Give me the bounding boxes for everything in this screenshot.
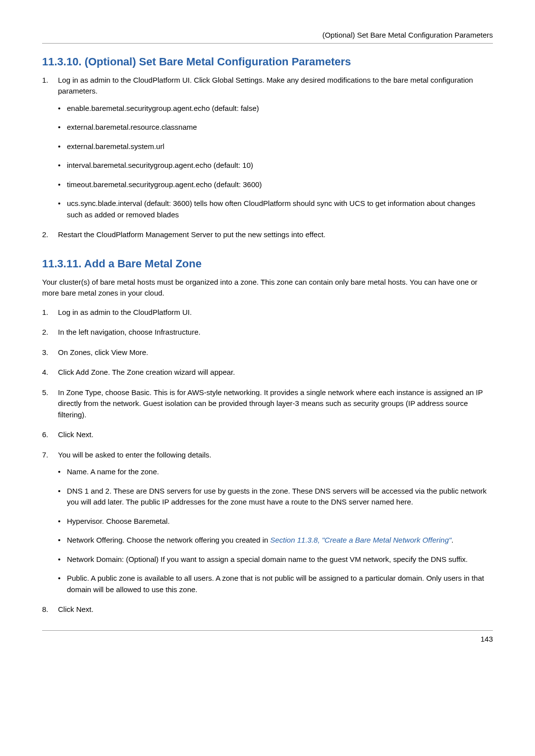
- bullet-external-system-url: external.baremetal.system.url: [58, 141, 493, 152]
- section2-step5: In Zone Type, choose Basic. This is for …: [42, 387, 493, 421]
- section2-step4: Click Add Zone. The Zone creation wizard…: [42, 367, 493, 378]
- section2-step6: Click Next.: [42, 429, 493, 441]
- section2-step2: In the left navigation, choose Infrastru…: [42, 327, 493, 338]
- section2-step7-text: You will be asked to enter the following…: [58, 451, 212, 459]
- section2-step7-bullets: Name. A name for the zone. DNS 1 and 2. …: [58, 466, 493, 595]
- section2-step7: You will be asked to enter the following…: [42, 450, 493, 596]
- section2-intro: Your cluster(s) of bare metal hosts must…: [42, 277, 493, 299]
- section1-step2-text: Restart the CloudPlatform Management Ser…: [58, 230, 325, 239]
- page-footer: 143: [42, 630, 493, 645]
- section2-step8: Click Next.: [42, 604, 493, 615]
- bullet-enable-baremetal: enable.baremetal.securitygroup.agent.ech…: [58, 103, 493, 114]
- bullet-interval: interval.baremetal.securitygroup.agent.e…: [58, 160, 493, 171]
- bullet-timeout: timeout.baremetal.securitygroup.agent.ec…: [58, 179, 493, 191]
- page-header-text: (Optional) Set Bare Metal Configuration …: [42, 30, 493, 41]
- bullet-dns: DNS 1 and 2. These are DNS servers for u…: [58, 486, 493, 508]
- bullet-network-offering: Network Offering. Choose the network off…: [58, 535, 493, 546]
- section2-step3: On Zones, click View More.: [42, 347, 493, 358]
- section2-steps: Log in as admin to the CloudPlatform UI.…: [42, 307, 493, 615]
- bullet-external-classname: external.baremetal.resource.classname: [58, 122, 493, 133]
- section1-step1-text: Log in as admin to the CloudPlatform UI.…: [58, 76, 473, 96]
- bullet-public: Public. A public zone is available to al…: [58, 573, 493, 595]
- section-heading-11-3-10: 11.3.10. (Optional) Set Bare Metal Confi…: [42, 53, 493, 70]
- bullet-ucs-sync: ucs.sync.blade.interval (default: 3600) …: [58, 198, 493, 220]
- section1-step2: Restart the CloudPlatform Management Ser…: [42, 229, 493, 241]
- bullet-network-domain: Network Domain: (Optional) If you want t…: [58, 554, 493, 565]
- bullet-hypervisor: Hypervisor. Choose Baremetal.: [58, 516, 493, 527]
- page-header-rule: (Optional) Set Bare Metal Configuration …: [42, 30, 493, 44]
- network-offering-suffix: .: [451, 536, 453, 544]
- section1-step1-bullets: enable.baremetal.securitygroup.agent.ech…: [58, 103, 493, 221]
- page-number: 143: [481, 635, 493, 643]
- section2-step1: Log in as admin to the CloudPlatform UI.: [42, 307, 493, 318]
- network-offering-link[interactable]: Section 11.3.8, "Create a Bare Metal Net…: [270, 536, 452, 544]
- section1-steps: Log in as admin to the CloudPlatform UI.…: [42, 75, 493, 241]
- bullet-name: Name. A name for the zone.: [58, 466, 493, 478]
- section1-step1: Log in as admin to the CloudPlatform UI.…: [42, 75, 493, 221]
- network-offering-prefix: Network Offering. Choose the network off…: [67, 536, 270, 544]
- section-heading-11-3-11: 11.3.11. Add a Bare Metal Zone: [42, 255, 493, 272]
